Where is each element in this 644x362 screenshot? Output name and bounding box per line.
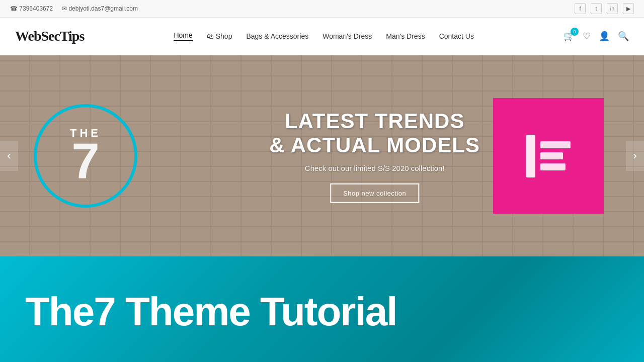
top-bar-contact: ☎ 7396403672 ✉ debjyoti.das7@gmail.com bbox=[10, 5, 138, 12]
hero-title: LATEST TRENDS & ACTUAL MODELS bbox=[269, 109, 480, 158]
shop-icon: 🛍 bbox=[207, 32, 214, 40]
nav-womens-dress[interactable]: Woman's Dress bbox=[323, 32, 372, 40]
email-info: ✉ debjyoti.das7@gmail.com bbox=[62, 5, 138, 12]
elementor-bar-2 bbox=[540, 152, 563, 159]
nav-shop[interactable]: 🛍 Shop bbox=[207, 32, 232, 40]
top-bar: ☎ 7396403672 ✉ debjyoti.das7@gmail.com f… bbox=[0, 0, 644, 18]
slider-next-button[interactable]: › bbox=[626, 141, 644, 171]
nav-contact[interactable]: Contact Us bbox=[439, 32, 474, 40]
account-icon[interactable]: 👤 bbox=[599, 31, 610, 42]
wishlist-icon[interactable]: ♡ bbox=[583, 31, 591, 42]
instagram-icon[interactable]: in bbox=[607, 3, 618, 14]
facebook-icon[interactable]: f bbox=[575, 3, 586, 14]
shop-new-collection-button[interactable]: Shop new collection bbox=[330, 183, 419, 203]
main-nav: Home 🛍 Shop Bags & Accessories Woman's D… bbox=[174, 31, 474, 41]
svg-text:7: 7 bbox=[71, 133, 100, 189]
elementor-logo-box bbox=[493, 98, 604, 214]
cart-badge: 0 bbox=[571, 28, 579, 36]
header-actions: 🛒 0 ♡ 👤 🔍 bbox=[564, 31, 629, 42]
elementor-bar-1 bbox=[540, 141, 571, 148]
the7-circle: THE 7 bbox=[30, 101, 141, 211]
search-icon[interactable]: 🔍 bbox=[618, 31, 629, 42]
nav-mens-dress[interactable]: Man's Dress bbox=[386, 32, 425, 40]
hero-subtitle: Check out our limited S/S 2020 collectio… bbox=[269, 163, 480, 172]
cart-button[interactable]: 🛒 0 bbox=[564, 31, 575, 42]
nav-bags[interactable]: Bags & Accessories bbox=[246, 32, 308, 40]
hero-content: LATEST TRENDS & ACTUAL MODELS Check out … bbox=[269, 109, 480, 203]
phone-info: ☎ 7396403672 bbox=[10, 5, 53, 12]
nav-home[interactable]: Home bbox=[174, 31, 192, 41]
bottom-banner: The7 Theme Tutorial bbox=[0, 256, 644, 362]
hero-slider: THE 7 LATEST TRENDS & ACTUAL MODELS Chec… bbox=[0, 55, 644, 256]
elementor-logo bbox=[526, 135, 571, 177]
slider-prev-button[interactable]: ‹ bbox=[0, 141, 18, 171]
youtube-icon[interactable]: ▶ bbox=[623, 3, 634, 14]
elementor-vertical-bar bbox=[526, 135, 535, 177]
site-logo[interactable]: WebSecTips bbox=[15, 28, 84, 44]
elementor-bar-3 bbox=[540, 163, 566, 170]
bottom-banner-title: The7 Theme Tutorial bbox=[25, 292, 396, 332]
site-header: WebSecTips Home 🛍 Shop Bags & Accessorie… bbox=[0, 18, 644, 55]
elementor-bars bbox=[540, 141, 571, 170]
twitter-icon[interactable]: t bbox=[591, 3, 602, 14]
top-bar-social: f t in ▶ bbox=[575, 3, 634, 14]
